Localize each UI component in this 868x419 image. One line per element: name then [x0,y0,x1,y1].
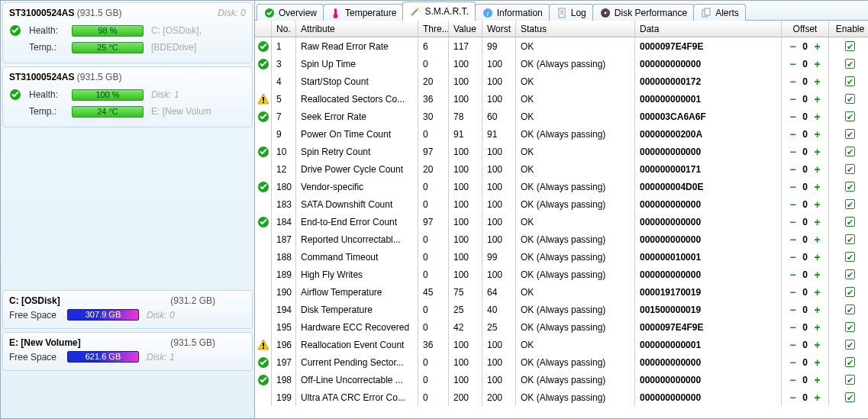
offset-plus-button[interactable]: + [812,322,823,333]
tab-temperature[interactable]: Temperature [323,4,403,21]
tab-smart[interactable]: S.M.A.R.T. [402,2,475,21]
offset-minus-button[interactable]: − [788,217,799,227]
table-row[interactable]: 188Command Timeout010099OK (Always passi… [255,248,868,266]
offset-plus-button[interactable]: + [812,94,823,105]
table-row[interactable]: 187Reported Uncorrectabl...0100100OK (Al… [255,230,868,248]
col-val[interactable]: Value [449,21,482,37]
col-enable[interactable]: Enable [829,21,868,37]
volume-panel-e[interactable]: E: [New Volume] (931.5 GB) Free Space 62… [2,332,253,371]
table-row[interactable]: 1Raw Read Error Rate611799OK0000097E4F9E… [255,37,868,55]
table-row[interactable]: 5Reallocated Sectors Co...36100100OK0000… [255,90,868,108]
offset-plus-button[interactable]: + [812,305,823,315]
offset-minus-button[interactable]: − [788,305,799,315]
offset-plus-button[interactable]: + [812,111,823,122]
col-status[interactable]: Status [516,21,635,37]
table-row[interactable]: 195Hardware ECC Recovered04225OK (Always… [255,318,868,336]
col-attr[interactable]: Attribute [296,21,418,37]
offset-plus-button[interactable]: + [812,182,823,192]
tab-log[interactable]: Log [549,4,593,21]
table-row[interactable]: 196Reallocation Event Count36100100OK000… [255,336,868,353]
enable-checkbox[interactable]: ✔ [845,357,855,367]
offset-minus-button[interactable]: − [788,94,799,105]
offset-minus-button[interactable]: − [788,129,799,140]
enable-checkbox[interactable]: ✔ [845,322,855,332]
enable-checkbox[interactable]: ✔ [845,164,855,174]
offset-plus-button[interactable]: + [812,199,823,210]
enable-checkbox[interactable]: ✔ [845,76,855,86]
offset-minus-button[interactable]: − [788,392,799,403]
offset-minus-button[interactable]: − [788,322,799,333]
table-row[interactable]: 183SATA Downshift Count0100100OK (Always… [255,195,868,213]
table-row[interactable]: 3Spin Up Time0100100OK (Always passing)0… [255,55,868,73]
offset-minus-button[interactable]: − [788,111,799,122]
col-data[interactable]: Data [635,21,782,37]
table-row[interactable]: 198Off-Line Uncorrectable ...0100100OK (… [255,371,868,388]
table-row[interactable]: 4Start/Stop Count20100100OK000000000172−… [255,73,868,90]
enable-checkbox[interactable]: ✔ [845,217,855,227]
col-worst[interactable]: Worst [482,21,516,37]
table-row[interactable]: 199Ultra ATA CRC Error Co...0200200OK (A… [255,388,868,406]
enable-checkbox[interactable]: ✔ [845,94,855,104]
offset-minus-button[interactable]: − [788,340,799,350]
tab-alerts[interactable]: Alerts [693,4,746,21]
offset-minus-button[interactable]: − [788,287,799,298]
table-row[interactable]: 12Drive Power Cycle Count20100100OK00000… [255,160,868,178]
enable-checkbox[interactable]: ✔ [845,392,855,402]
offset-plus-button[interactable]: + [812,129,823,140]
offset-plus-button[interactable]: + [812,357,823,368]
table-row[interactable]: 7Seek Error Rate307860OK000003CA6A6F−0+✔ [255,108,868,125]
tab-overview[interactable]: Overview [257,4,324,21]
table-row[interactable]: 180Vendor-specific0100100OK (Always pass… [255,178,868,195]
offset-minus-button[interactable]: − [788,76,799,87]
offset-minus-button[interactable]: − [788,357,799,368]
enable-checkbox[interactable]: ✔ [845,269,855,279]
enable-checkbox[interactable]: ✔ [845,41,855,51]
offset-plus-button[interactable]: + [812,41,823,52]
grid-body[interactable]: 1Raw Read Error Rate611799OK0000097E4F9E… [255,37,868,418]
enable-checkbox[interactable]: ✔ [845,252,855,262]
offset-plus-button[interactable]: + [812,340,823,350]
offset-plus-button[interactable]: + [812,392,823,403]
offset-minus-button[interactable]: − [788,182,799,192]
offset-plus-button[interactable]: + [812,234,823,245]
enable-checkbox[interactable]: ✔ [845,305,855,314]
table-row[interactable]: 9Power On Time Count09191OK (Always pass… [255,125,868,143]
offset-plus-button[interactable]: + [812,76,823,87]
offset-minus-button[interactable]: − [788,252,799,263]
enable-checkbox[interactable]: ✔ [845,147,855,156]
offset-minus-button[interactable]: − [788,234,799,245]
enable-checkbox[interactable]: ✔ [845,234,855,244]
enable-checkbox[interactable]: ✔ [845,182,855,192]
offset-minus-button[interactable]: − [788,147,799,157]
enable-checkbox[interactable]: ✔ [845,199,855,209]
tab-information[interactable]: i Information [475,4,550,21]
table-row[interactable]: 10Spin Retry Count97100100OK000000000000… [255,143,868,160]
offset-minus-button[interactable]: − [788,41,799,52]
table-row[interactable]: 189High Fly Writes0100100OK (Always pass… [255,266,868,283]
volume-panel-c[interactable]: C: [OSDisk] (931.2 GB) Free Space 307.9 … [2,290,253,329]
offset-minus-button[interactable]: − [788,199,799,210]
col-offset[interactable]: Offset [782,21,829,37]
table-row[interactable]: 194Disk Temperature02540OK (Always passi… [255,301,868,318]
offset-plus-button[interactable]: + [812,147,823,157]
col-no[interactable]: No. [272,21,296,37]
offset-minus-button[interactable]: − [788,269,799,280]
offset-plus-button[interactable]: + [812,164,823,175]
offset-plus-button[interactable]: + [812,375,823,385]
col-thr[interactable]: Thre... [418,21,449,37]
offset-minus-button[interactable]: − [788,375,799,385]
disk-panel-0[interactable]: ST31000524AS (931.5 GB) Disk: 0 Health: … [2,2,253,63]
offset-plus-button[interactable]: + [812,269,823,280]
offset-plus-button[interactable]: + [812,217,823,227]
enable-checkbox[interactable]: ✔ [845,287,855,297]
table-row[interactable]: 184End-to-End Error Count97100100OK00000… [255,213,868,230]
enable-checkbox[interactable]: ✔ [845,129,855,139]
table-row[interactable]: 190Airflow Temperature457564OK0000191700… [255,283,868,301]
enable-checkbox[interactable]: ✔ [845,111,855,121]
offset-plus-button[interactable]: + [812,252,823,263]
enable-checkbox[interactable]: ✔ [845,59,855,69]
disk-panel-1[interactable]: ST31000524AS (931.5 GB) Health: 100 % Di… [2,66,253,127]
tab-disk-performance[interactable]: Disk Performance [592,4,694,21]
offset-plus-button[interactable]: + [812,59,823,69]
table-row[interactable]: 197Current Pending Sector...0100100OK (A… [255,353,868,371]
